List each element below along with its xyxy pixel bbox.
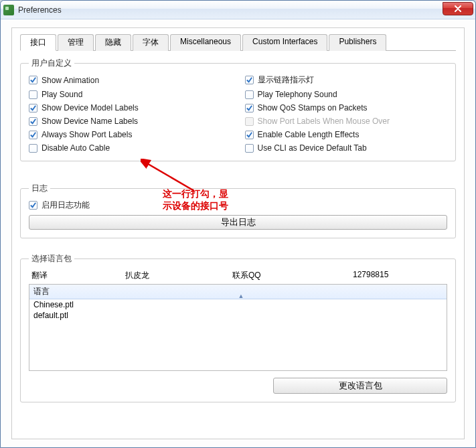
tab-custom-interfaces[interactable]: Custom Interfaces xyxy=(242,34,327,51)
checkmark-icon xyxy=(29,104,37,113)
checkbox-label: 显示链路指示灯 xyxy=(258,74,314,86)
close-icon xyxy=(454,5,462,12)
legend-log: 日志 xyxy=(29,183,50,194)
close-button[interactable] xyxy=(443,2,473,15)
titlebar[interactable]: Preferences xyxy=(1,1,475,19)
app-icon xyxy=(3,5,14,15)
checkbox-disable-auto-cable[interactable]: Disable Auto Cable xyxy=(29,143,232,153)
checkbox-label: Show QoS Stamps on Packets xyxy=(258,103,368,113)
tab-hide[interactable]: 隐藏 xyxy=(95,34,131,51)
checkmark-icon xyxy=(29,90,37,99)
checkbox-grid: Show Animation 显示链路指示灯 Play Sound Play T… xyxy=(29,74,447,153)
checkbox-show-animation[interactable]: Show Animation xyxy=(29,74,232,86)
checkmark-icon xyxy=(245,144,254,153)
checkbox-cli-default-tab[interactable]: Use CLI as Device Default Tab xyxy=(245,143,448,153)
tab-misc[interactable]: Miscellaneous xyxy=(170,34,241,51)
language-info-row: 翻译 扒皮龙 联系QQ 12798815 xyxy=(29,270,447,284)
checkbox-play-sound[interactable]: Play Sound xyxy=(29,90,232,99)
checkbox-cable-length-effects[interactable]: Enable Cable Length Effects xyxy=(245,130,448,139)
language-listbox[interactable]: 语言 ▲ Chinese.ptl default.ptl xyxy=(29,284,447,371)
checkbox-label: Show Animation xyxy=(42,76,99,85)
checkbox-device-model-labels[interactable]: Show Device Model Labels xyxy=(29,103,232,113)
preferences-window: Preferences 接口 管理 隐藏 字体 Miscellaneous Cu… xyxy=(0,0,476,448)
list-header-label: 语言 xyxy=(33,287,50,296)
list-item[interactable]: Chinese.ptl xyxy=(29,299,447,310)
sort-indicator-icon: ▲ xyxy=(238,293,244,299)
checkbox-qos-stamps[interactable]: Show QoS Stamps on Packets xyxy=(245,103,448,113)
checkmark-icon xyxy=(245,131,254,139)
checkmark-icon xyxy=(245,90,254,99)
checkmark-icon xyxy=(245,104,254,113)
lang-col-translate: 翻译 xyxy=(31,270,125,281)
content-area: 接口 管理 隐藏 字体 Miscellaneous Custom Interfa… xyxy=(11,27,465,439)
checkbox-label: Play Sound xyxy=(42,90,82,99)
checkmark-icon xyxy=(245,117,254,126)
lang-col-qq: 12798815 xyxy=(353,270,445,281)
checkbox-enable-log[interactable]: 启用日志功能 xyxy=(29,200,447,211)
checkmark-icon xyxy=(29,131,37,139)
list-header-language[interactable]: 语言 ▲ xyxy=(29,285,447,299)
change-language-button[interactable]: 更改语言包 xyxy=(273,378,447,394)
checkbox-show-link-lights[interactable]: 显示链路指示灯 xyxy=(245,74,448,86)
checkbox-label: Disable Auto Cable xyxy=(42,143,110,153)
tab-management[interactable]: 管理 xyxy=(58,34,94,51)
list-item[interactable]: default.ptl xyxy=(29,310,447,321)
legend-language: 选择语言包 xyxy=(29,253,74,265)
checkmark-icon xyxy=(29,201,37,210)
checkbox-label: 启用日志功能 xyxy=(42,200,90,211)
checkbox-always-show-port-labels[interactable]: Always Show Port Labels xyxy=(29,130,232,139)
checkbox-label: Use CLI as Device Default Tab xyxy=(258,143,367,153)
checkbox-label: Always Show Port Labels xyxy=(42,130,132,139)
fieldset-log: 日志 启用日志功能 导出日志 xyxy=(20,183,456,238)
checkmark-icon xyxy=(29,144,37,153)
checkbox-label: Show Device Name Labels xyxy=(42,117,138,126)
lang-col-author: 扒皮龙 xyxy=(125,270,232,281)
window-title: Preferences xyxy=(18,5,62,15)
fieldset-user-custom: 用户自定义 Show Animation 显示链路指示灯 Play Sound … xyxy=(20,58,456,161)
legend-user-custom: 用户自定义 xyxy=(29,58,74,69)
checkmark-icon xyxy=(245,76,254,84)
checkmark-icon xyxy=(29,117,37,126)
checkbox-play-telephony-sound[interactable]: Play Telephony Sound xyxy=(245,90,448,99)
lang-col-contact: 联系QQ xyxy=(232,270,353,281)
checkbox-device-name-labels[interactable]: Show Device Name Labels xyxy=(29,117,232,126)
tab-interface[interactable]: 接口 xyxy=(20,34,56,51)
tab-strip: 接口 管理 隐藏 字体 Miscellaneous Custom Interfa… xyxy=(20,33,456,51)
checkbox-label: Play Telephony Sound xyxy=(258,90,337,99)
tab-fonts[interactable]: 字体 xyxy=(133,34,169,51)
fieldset-language: 选择语言包 翻译 扒皮龙 联系QQ 12798815 语言 ▲ Chinese.… xyxy=(20,253,456,402)
checkbox-label: Show Device Model Labels xyxy=(42,103,139,113)
export-log-button[interactable]: 导出日志 xyxy=(29,215,447,230)
tab-publishers[interactable]: Publishers xyxy=(329,34,386,51)
checkbox-label: Enable Cable Length Effects xyxy=(258,130,360,139)
checkmark-icon xyxy=(29,76,37,84)
checkbox-label: Show Port Labels When Mouse Over xyxy=(258,117,390,126)
checkbox-port-labels-mouseover: Show Port Labels When Mouse Over xyxy=(245,117,448,126)
